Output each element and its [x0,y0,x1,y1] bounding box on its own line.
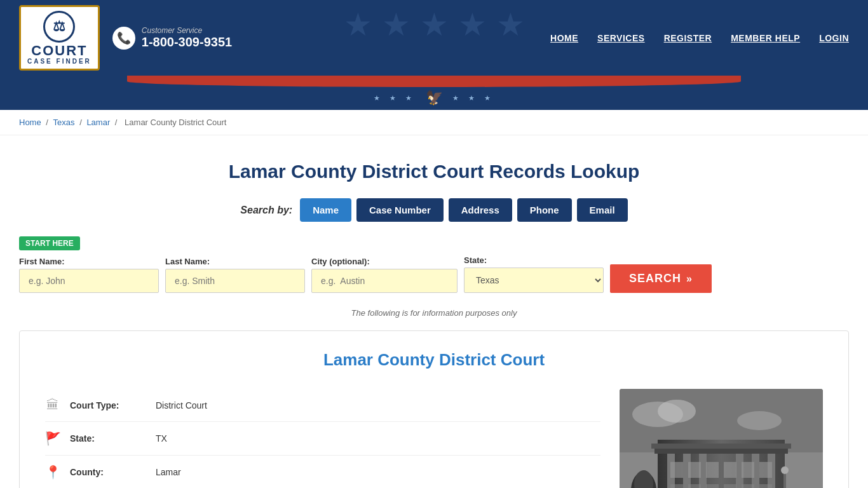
state-icon: 🚩 [45,431,60,446]
info-note: The following is for information purpose… [19,308,849,318]
breadcrumb-current: Lamar County District Court [125,118,226,127]
main-nav: HOME SERVICES REGISTER MEMBER HELP LOGIN [550,33,849,43]
court-details: 🏛 Court Type: District Court 🚩 State: TX… [45,389,600,488]
logo-emblem: ⚖ [43,11,75,43]
svg-rect-27 [651,444,791,449]
svg-rect-24 [759,484,772,488]
nav-register[interactable]: REGISTER [664,33,712,43]
svg-point-4 [737,411,782,430]
page-title: Lamar County District Court Records Look… [19,161,849,182]
nav-home[interactable]: HOME [550,33,578,43]
logo-text: COURT CASE FINDER [27,44,92,65]
tab-name[interactable]: Name [300,198,351,222]
state-label: State: [464,255,604,265]
logo-court-label: COURT [27,44,92,58]
phone-number: 1-800-309-9351 [142,35,232,50]
svg-rect-15 [706,462,719,478]
county-label: County: [70,467,146,477]
first-name-input[interactable] [19,269,159,293]
state-detail-value: TX [156,433,167,444]
svg-rect-22 [724,484,736,488]
svg-rect-14 [688,462,701,478]
svg-rect-19 [670,484,683,488]
breadcrumb: Home / Texas / Lamar / Lamar County Dist… [0,110,868,135]
eagle-stars-left: ★ ★ ★ [374,94,416,102]
breadcrumb-texas[interactable]: Texas [53,118,75,127]
site-logo[interactable]: ⚖ COURT CASE FINDER [19,5,100,71]
search-button-label: SEARCH [629,272,681,285]
state-group: State: Texas Alabama Alaska Arizona Arka… [464,255,604,293]
court-image [620,389,823,488]
county-value: Lamar [156,467,181,477]
court-info-title: Lamar County District Court [45,350,823,370]
state-detail-label: State: [70,433,146,444]
court-type-value: District Court [156,400,207,410]
svg-rect-20 [688,484,701,488]
city-input[interactable] [311,269,458,293]
state-row: 🚩 State: TX [45,422,600,456]
breadcrumb-sep-1: / [46,118,50,127]
nav-services[interactable]: SERVICES [597,33,645,43]
header-decoration: ★ ★ ★ ★ ★ [344,6,525,43]
court-info-box: Lamar County District Court 🏛 Court Type… [19,330,849,488]
search-button-arrows: » [686,273,693,285]
county-icon: 📍 [45,464,60,480]
search-fields: First Name: Last Name: City (optional): … [19,255,849,293]
svg-rect-18 [759,462,772,478]
phone-label: Customer Service [142,26,232,35]
court-type-row: 🏛 Court Type: District Court [45,389,600,422]
header-left: ⚖ COURT CASE FINDER 📞 Customer Service 1… [19,5,232,71]
county-row: 📍 County: Lamar [45,456,600,488]
last-name-input[interactable] [165,269,305,293]
phone-icon: 📞 [112,27,135,50]
breadcrumb-home[interactable]: Home [19,118,41,127]
court-info-content: 🏛 Court Type: District Court 🚩 State: TX… [45,389,823,488]
first-name-group: First Name: [19,257,159,293]
main-content: Lamar County District Court Records Look… [0,135,868,488]
nav-member-help[interactable]: MEMBER HELP [731,33,800,43]
site-header: ★ ★ ★ ★ ★ ⚖ COURT CASE FINDER 📞 Customer… [0,0,868,76]
search-form: START HERE First Name: Last Name: City (… [19,233,849,299]
svg-rect-21 [706,484,719,488]
svg-point-3 [658,400,696,423]
tab-email[interactable]: Email [577,198,628,222]
court-building-svg [620,389,823,488]
tab-address[interactable]: Address [449,198,512,222]
city-group: City (optional): [311,257,458,293]
tab-case-number[interactable]: Case Number [356,198,444,222]
breadcrumb-lamar[interactable]: Lamar [86,118,110,127]
city-label: City (optional): [311,257,458,266]
court-type-label: Court Type: [70,400,146,410]
court-type-icon: 🏛 [45,398,60,412]
logo-case-finder-label: CASE FINDER [27,58,92,65]
search-button[interactable]: SEARCH » [610,264,712,293]
last-name-label: Last Name: [165,257,305,266]
nav-login[interactable]: LOGIN [819,33,849,43]
search-by-row: Search by: Name Case Number Address Phon… [19,198,849,222]
first-name-label: First Name: [19,257,159,266]
svg-point-29 [781,466,789,474]
start-here-badge: START HERE [19,236,80,250]
svg-rect-13 [670,462,683,478]
breadcrumb-sep-3: / [115,118,119,127]
phone-box: 📞 Customer Service 1-800-309-9351 [112,26,232,50]
eagle-icon: 🦅 [426,90,443,106]
last-name-group: Last Name: [165,257,305,293]
search-by-label: Search by: [240,205,292,216]
tab-phone[interactable]: Phone [517,198,572,222]
phone-info: Customer Service 1-800-309-9351 [142,26,232,50]
state-select[interactable]: Texas Alabama Alaska Arizona Arkansas Ca… [464,268,604,293]
svg-rect-17 [742,462,754,478]
eagle-banner: ★ ★ ★ 🦅 ★ ★ ★ [0,87,868,110]
svg-rect-23 [742,484,754,488]
breadcrumb-sep-2: / [79,118,84,127]
svg-rect-16 [724,462,736,478]
eagle-stars-right: ★ ★ ★ [452,94,494,102]
